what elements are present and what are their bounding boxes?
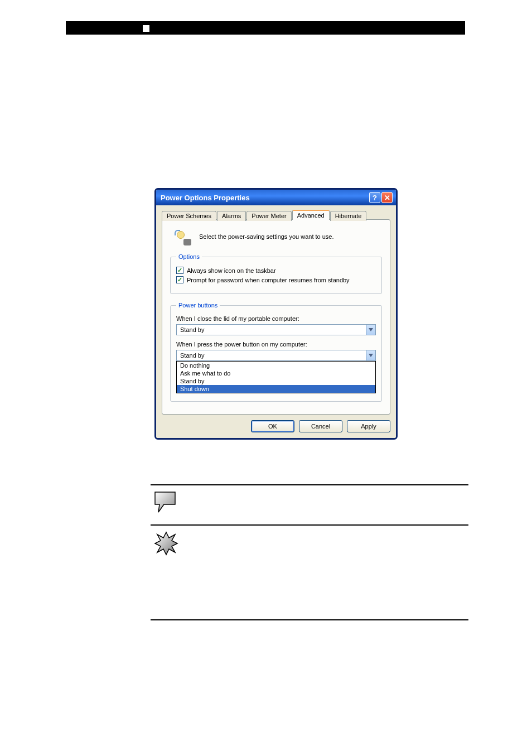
dropdown-item-shut-down[interactable]: Shut down xyxy=(177,385,375,393)
help-button[interactable]: ? xyxy=(369,192,380,203)
ok-button[interactable]: OK xyxy=(251,420,294,432)
power-options-dialog: Power Options Properties ? ✕ Power Schem… xyxy=(154,188,398,440)
apply-button[interactable]: Apply xyxy=(347,420,390,432)
tab-hibernate[interactable]: Hibernate xyxy=(330,211,367,221)
power-button-combo[interactable]: Stand by xyxy=(176,350,376,361)
tab-power-meter[interactable]: Power Meter xyxy=(246,211,291,221)
power-button-label: When I press the power button on my comp… xyxy=(176,341,376,348)
dropdown-item-ask[interactable]: Ask me what to do xyxy=(177,369,375,377)
close-lid-dropdown-button[interactable] xyxy=(366,325,375,335)
power-button-dropdown-button[interactable] xyxy=(366,350,375,360)
tab-alarms[interactable]: Alarms xyxy=(217,211,246,221)
checkbox-prompt-password-label: Prompt for password when computer resume… xyxy=(187,277,350,283)
separator-line xyxy=(151,619,468,620)
cancel-button[interactable]: Cancel xyxy=(299,420,342,432)
close-lid-combo[interactable]: Stand by xyxy=(176,324,376,335)
power-button-dropdown-list[interactable]: Do nothing Ask me what to do Stand by Sh… xyxy=(176,361,376,393)
checkbox-show-icon[interactable]: ✓ xyxy=(176,267,183,274)
options-legend: Options xyxy=(176,253,202,260)
intro-text: Select the power-saving settings you wan… xyxy=(199,233,334,240)
separator-line xyxy=(151,524,468,526)
checkbox-prompt-password[interactable]: ✓ xyxy=(176,276,183,283)
caution-burst-icon xyxy=(154,531,178,556)
dropdown-item-stand-by[interactable]: Stand by xyxy=(177,377,375,385)
checkbox-show-icon-label: Always show icon on the taskbar xyxy=(187,267,276,274)
dialog-title: Power Options Properties xyxy=(161,194,368,202)
power-buttons-group: Power buttons When I close the lid of my… xyxy=(170,302,382,402)
close-button[interactable]: ✕ xyxy=(381,192,393,203)
dropdown-item-do-nothing[interactable]: Do nothing xyxy=(177,362,375,369)
options-group: Options ✓ Always show icon on the taskba… xyxy=(170,253,382,294)
tab-strip: Power Schemes Alarms Power Meter Advance… xyxy=(162,210,390,220)
titlebar[interactable]: Power Options Properties ? ✕ xyxy=(156,190,396,205)
separator-line xyxy=(151,484,468,485)
tab-power-schemes[interactable]: Power Schemes xyxy=(162,211,216,221)
header-marker xyxy=(143,25,149,32)
note-speech-bubble-icon xyxy=(154,491,178,516)
close-lid-value: Stand by xyxy=(177,326,366,333)
page-header-bar xyxy=(66,21,465,35)
power-button-value: Stand by xyxy=(177,352,366,359)
dialog-button-row: OK Cancel Apply xyxy=(162,420,390,432)
power-buttons-legend: Power buttons xyxy=(176,302,220,309)
close-lid-label: When I close the lid of my portable comp… xyxy=(176,315,376,322)
tab-advanced[interactable]: Advanced xyxy=(292,210,330,220)
chevron-down-icon xyxy=(369,328,373,331)
power-plug-icon xyxy=(173,228,194,245)
dialog-body: Power Schemes Alarms Power Meter Advance… xyxy=(156,205,396,438)
tab-panel-advanced: Select the power-saving settings you wan… xyxy=(162,219,390,415)
chevron-down-icon xyxy=(369,354,373,357)
